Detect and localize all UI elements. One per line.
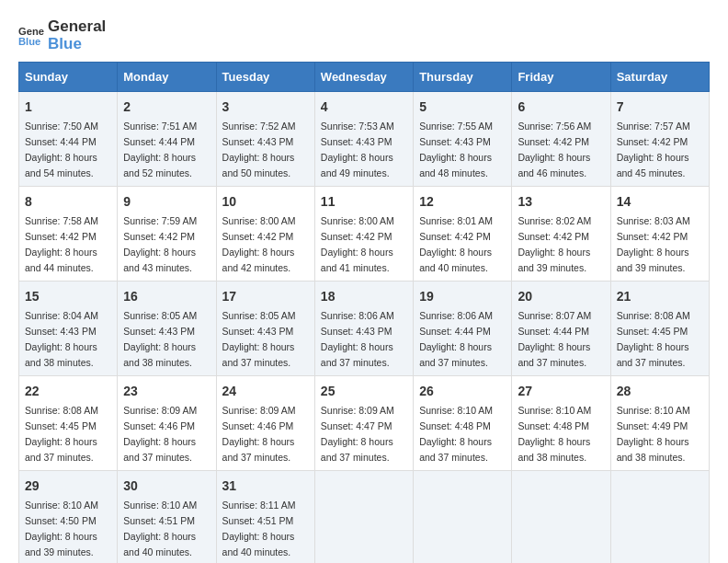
week-row-2: 8Sunrise: 7:58 AMSunset: 4:42 PMDaylight…: [19, 187, 710, 282]
day-cell: 29Sunrise: 8:10 AMSunset: 4:50 PMDayligh…: [19, 471, 118, 563]
day-info: Sunrise: 8:10 AMSunset: 4:51 PMDaylight:…: [123, 500, 197, 557]
day-cell: 8Sunrise: 7:58 AMSunset: 4:42 PMDaylight…: [19, 187, 118, 282]
day-info: Sunrise: 8:07 AMSunset: 4:44 PMDaylight:…: [518, 310, 591, 367]
day-number: 26: [419, 382, 506, 401]
day-cell: 4Sunrise: 7:53 AMSunset: 4:43 PMDaylight…: [314, 92, 413, 187]
day-number: 31: [222, 477, 309, 496]
day-cell: 14Sunrise: 8:03 AMSunset: 4:42 PMDayligh…: [610, 187, 709, 282]
day-number: 16: [123, 287, 210, 306]
day-number: 18: [321, 287, 407, 306]
day-number: 7: [617, 98, 703, 117]
day-info: Sunrise: 7:58 AMSunset: 4:42 PMDaylight:…: [25, 215, 98, 272]
svg-text:Blue: Blue: [18, 36, 40, 47]
day-info: Sunrise: 8:06 AMSunset: 4:44 PMDaylight:…: [419, 310, 493, 367]
header-row: SundayMondayTuesdayWednesdayThursdayFrid…: [19, 63, 710, 92]
day-info: Sunrise: 7:57 AMSunset: 4:42 PMDaylight:…: [617, 121, 690, 178]
day-info: Sunrise: 7:59 AMSunset: 4:42 PMDaylight:…: [123, 215, 197, 272]
day-cell: 25Sunrise: 8:09 AMSunset: 4:47 PMDayligh…: [314, 376, 413, 471]
day-cell: 24Sunrise: 8:09 AMSunset: 4:46 PMDayligh…: [216, 376, 314, 471]
day-cell: 2Sunrise: 7:51 AMSunset: 4:44 PMDaylight…: [118, 92, 216, 187]
day-number: 12: [419, 192, 506, 212]
day-info: Sunrise: 8:04 AMSunset: 4:43 PMDaylight:…: [25, 310, 98, 367]
day-number: 17: [222, 287, 309, 306]
calendar-table: SundayMondayTuesdayWednesdayThursdayFrid…: [18, 62, 710, 563]
day-number: 4: [321, 98, 407, 117]
day-cell: 15Sunrise: 8:04 AMSunset: 4:43 PMDayligh…: [19, 282, 118, 376]
day-number: 6: [518, 98, 604, 117]
day-cell: 28Sunrise: 8:10 AMSunset: 4:49 PMDayligh…: [610, 376, 709, 471]
header-sunday: Sunday: [19, 63, 118, 92]
day-info: Sunrise: 8:10 AMSunset: 4:50 PMDaylight:…: [25, 500, 98, 557]
day-number: 29: [25, 477, 111, 496]
header-thursday: Thursday: [414, 63, 512, 92]
day-cell: 27Sunrise: 8:10 AMSunset: 4:48 PMDayligh…: [512, 376, 610, 471]
logo-general: General: [48, 18, 106, 36]
header-friday: Friday: [512, 63, 610, 92]
day-info: Sunrise: 8:09 AMSunset: 4:46 PMDaylight:…: [123, 405, 197, 462]
day-number: 13: [518, 192, 604, 212]
day-cell: 31Sunrise: 8:11 AMSunset: 4:51 PMDayligh…: [216, 471, 314, 563]
day-cell: 20Sunrise: 8:07 AMSunset: 4:44 PMDayligh…: [512, 282, 610, 376]
day-cell: 7Sunrise: 7:57 AMSunset: 4:42 PMDaylight…: [610, 92, 709, 187]
day-number: 23: [123, 382, 210, 401]
day-info: Sunrise: 7:56 AMSunset: 4:42 PMDaylight:…: [518, 121, 591, 178]
day-info: Sunrise: 8:10 AMSunset: 4:48 PMDaylight:…: [518, 405, 591, 462]
day-info: Sunrise: 8:05 AMSunset: 4:43 PMDaylight:…: [222, 310, 296, 367]
day-info: Sunrise: 7:51 AMSunset: 4:44 PMDaylight:…: [123, 121, 197, 178]
day-number: 27: [518, 382, 604, 401]
day-cell: 6Sunrise: 7:56 AMSunset: 4:42 PMDaylight…: [512, 92, 610, 187]
day-info: Sunrise: 8:09 AMSunset: 4:46 PMDaylight:…: [222, 405, 296, 462]
day-number: 21: [617, 287, 703, 306]
day-cell: 18Sunrise: 8:06 AMSunset: 4:43 PMDayligh…: [314, 282, 413, 376]
day-info: Sunrise: 8:10 AMSunset: 4:48 PMDaylight:…: [419, 405, 493, 462]
day-info: Sunrise: 7:52 AMSunset: 4:43 PMDaylight:…: [222, 121, 296, 178]
header-saturday: Saturday: [610, 63, 709, 92]
logo: General Blue General Blue: [18, 18, 106, 52]
day-cell: 17Sunrise: 8:05 AMSunset: 4:43 PMDayligh…: [216, 282, 314, 376]
day-number: 28: [617, 382, 703, 401]
day-info: Sunrise: 7:53 AMSunset: 4:43 PMDaylight:…: [321, 121, 394, 178]
day-cell: [610, 471, 709, 563]
day-cell: 23Sunrise: 8:09 AMSunset: 4:46 PMDayligh…: [118, 376, 216, 471]
day-number: 22: [25, 382, 111, 401]
day-number: 2: [123, 98, 210, 117]
day-number: 5: [419, 98, 506, 117]
day-number: 19: [419, 287, 506, 306]
day-info: Sunrise: 7:55 AMSunset: 4:43 PMDaylight:…: [419, 121, 493, 178]
day-info: Sunrise: 7:50 AMSunset: 4:44 PMDaylight:…: [25, 121, 98, 178]
day-info: Sunrise: 8:00 AMSunset: 4:42 PMDaylight:…: [321, 215, 394, 272]
week-row-4: 22Sunrise: 8:08 AMSunset: 4:45 PMDayligh…: [19, 376, 710, 471]
day-cell: 9Sunrise: 7:59 AMSunset: 4:42 PMDaylight…: [118, 187, 216, 282]
day-cell: [512, 471, 610, 563]
day-cell: 10Sunrise: 8:00 AMSunset: 4:42 PMDayligh…: [216, 187, 314, 282]
day-number: 11: [321, 192, 407, 212]
day-info: Sunrise: 8:02 AMSunset: 4:42 PMDaylight:…: [518, 215, 591, 272]
day-info: Sunrise: 8:10 AMSunset: 4:49 PMDaylight:…: [617, 405, 690, 462]
day-info: Sunrise: 8:01 AMSunset: 4:42 PMDaylight:…: [419, 215, 493, 272]
week-row-1: 1Sunrise: 7:50 AMSunset: 4:44 PMDaylight…: [19, 92, 710, 187]
day-info: Sunrise: 8:00 AMSunset: 4:42 PMDaylight:…: [222, 215, 296, 272]
day-cell: 3Sunrise: 7:52 AMSunset: 4:43 PMDaylight…: [216, 92, 314, 187]
day-cell: 26Sunrise: 8:10 AMSunset: 4:48 PMDayligh…: [414, 376, 512, 471]
logo-blue: Blue: [48, 36, 106, 53]
day-number: 1: [25, 98, 111, 117]
header-monday: Monday: [118, 63, 216, 92]
day-cell: 22Sunrise: 8:08 AMSunset: 4:45 PMDayligh…: [19, 376, 118, 471]
header-wednesday: Wednesday: [314, 63, 413, 92]
day-number: 10: [222, 192, 309, 212]
day-info: Sunrise: 8:06 AMSunset: 4:43 PMDaylight:…: [321, 310, 394, 367]
day-info: Sunrise: 8:09 AMSunset: 4:47 PMDaylight:…: [321, 405, 394, 462]
day-info: Sunrise: 8:08 AMSunset: 4:45 PMDaylight:…: [25, 405, 98, 462]
day-number: 24: [222, 382, 309, 401]
day-cell: 30Sunrise: 8:10 AMSunset: 4:51 PMDayligh…: [118, 471, 216, 563]
day-info: Sunrise: 8:03 AMSunset: 4:42 PMDaylight:…: [617, 215, 690, 272]
day-number: 15: [25, 287, 111, 306]
day-cell: 11Sunrise: 8:00 AMSunset: 4:42 PMDayligh…: [314, 187, 413, 282]
week-row-5: 29Sunrise: 8:10 AMSunset: 4:50 PMDayligh…: [19, 471, 710, 563]
svg-text:General: General: [18, 26, 44, 37]
day-info: Sunrise: 8:08 AMSunset: 4:45 PMDaylight:…: [617, 310, 690, 367]
day-number: 3: [222, 98, 309, 117]
day-number: 20: [518, 287, 604, 306]
day-cell: 12Sunrise: 8:01 AMSunset: 4:42 PMDayligh…: [414, 187, 512, 282]
day-cell: [314, 471, 413, 563]
